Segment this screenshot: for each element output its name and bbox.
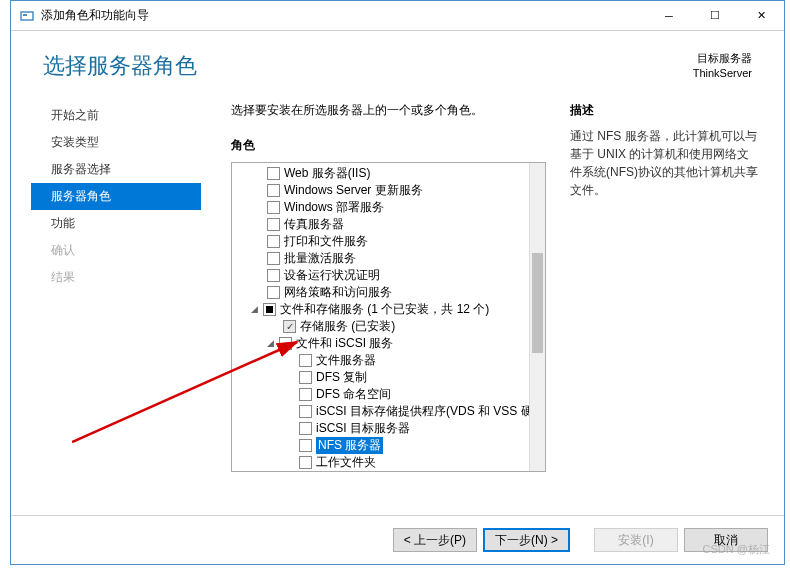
main-area: 开始之前 安装类型 服务器选择 服务器角色 功能 确认 结果 选择要安装在所选服… <box>11 94 784 515</box>
tree-row-file-server[interactable]: 文件服务器 <box>234 352 527 369</box>
window-controls: ─ ☐ ✕ <box>646 1 784 30</box>
close-button[interactable]: ✕ <box>738 1 784 30</box>
tree-row-volume-activation[interactable]: 批量激活服务 <box>234 250 527 267</box>
tree-viewport: Web 服务器(IIS) Windows Server 更新服务 Windows… <box>232 163 529 471</box>
window-title: 添加角色和功能向导 <box>41 7 646 24</box>
wizard-steps: 开始之前 安装类型 服务器选择 服务器角色 功能 确认 结果 <box>31 94 201 515</box>
tree-row-file-iscsi[interactable]: ◢文件和 iSCSI 服务 <box>234 335 527 352</box>
step-features[interactable]: 功能 <box>31 210 201 237</box>
app-icon <box>19 8 35 24</box>
step-before-begin[interactable]: 开始之前 <box>31 102 201 129</box>
step-results: 结果 <box>31 264 201 291</box>
cancel-button[interactable]: 取消 <box>684 528 768 552</box>
scrollbar-thumb[interactable] <box>532 253 543 353</box>
tree-row-nfs-server[interactable]: NFS 服务器 <box>234 437 527 454</box>
tree-row-storage-svc[interactable]: 存储服务 (已安装) <box>234 318 527 335</box>
footer: < 上一步(P) 下一步(N) > 安装(I) 取消 <box>11 515 784 564</box>
titlebar: 添加角色和功能向导 ─ ☐ ✕ <box>11 1 784 31</box>
prev-button[interactable]: < 上一步(P) <box>393 528 477 552</box>
tree-row-iscsi-target[interactable]: iSCSI 目标服务器 <box>234 420 527 437</box>
roles-heading: 角色 <box>231 137 546 154</box>
step-confirm: 确认 <box>31 237 201 264</box>
tree-row-print[interactable]: 打印和文件服务 <box>234 233 527 250</box>
scrollbar[interactable] <box>529 163 545 471</box>
roles-column: 选择要安装在所选服务器上的一个或多个角色。 角色 Web 服务器(IIS) Wi… <box>231 102 546 515</box>
collapse-icon[interactable]: ◢ <box>248 304 260 314</box>
desc-text: 通过 NFS 服务器，此计算机可以与基于 UNIX 的计算机和使用网络文件系统(… <box>570 127 760 199</box>
description-column: 描述 通过 NFS 服务器，此计算机可以与基于 UNIX 的计算机和使用网络文件… <box>570 102 760 515</box>
tree-row-wsus[interactable]: Windows Server 更新服务 <box>234 182 527 199</box>
target-value: ThinkServer <box>693 66 752 81</box>
roles-tree: Web 服务器(IIS) Windows Server 更新服务 Windows… <box>231 162 546 472</box>
step-server-roles[interactable]: 服务器角色 <box>31 183 201 210</box>
minimize-button[interactable]: ─ <box>646 1 692 30</box>
target-server-info: 目标服务器 ThinkServer <box>693 51 752 82</box>
checkbox[interactable] <box>299 456 312 469</box>
checkbox[interactable] <box>267 184 280 197</box>
checkbox[interactable] <box>267 252 280 265</box>
tree-row-file-storage[interactable]: ◢文件和存储服务 (1 个已安装，共 12 个) <box>234 301 527 318</box>
tree-row-dfs-ns[interactable]: DFS 命名空间 <box>234 386 527 403</box>
tree-row-nps[interactable]: 网络策略和访问服务 <box>234 284 527 301</box>
page-title: 选择服务器角色 <box>43 51 197 81</box>
step-server-select[interactable]: 服务器选择 <box>31 156 201 183</box>
checkbox[interactable] <box>267 235 280 248</box>
checkbox[interactable] <box>267 218 280 231</box>
checkbox[interactable] <box>299 371 312 384</box>
step-install-type[interactable]: 安装类型 <box>31 129 201 156</box>
tree-row-iscsi-provider[interactable]: iSCSI 目标存储提供程序(VDS 和 VSS 硬件) <box>234 403 527 420</box>
checkbox[interactable] <box>267 201 280 214</box>
collapse-icon[interactable]: ◢ <box>264 338 276 348</box>
svg-rect-1 <box>23 14 27 16</box>
install-button: 安装(I) <box>594 528 678 552</box>
tree-row-dfs-rep[interactable]: DFS 复制 <box>234 369 527 386</box>
checkbox[interactable] <box>299 439 312 452</box>
content-area: 选择要安装在所选服务器上的一个或多个角色。 角色 Web 服务器(IIS) Wi… <box>201 94 784 515</box>
tree-row-health[interactable]: 设备运行状况证明 <box>234 267 527 284</box>
checkbox <box>283 320 296 333</box>
desc-heading: 描述 <box>570 102 760 119</box>
tree-row-web[interactable]: Web 服务器(IIS) <box>234 165 527 182</box>
tree-row-fax[interactable]: 传真服务器 <box>234 216 527 233</box>
checkbox[interactable] <box>299 405 312 418</box>
header-area: 选择服务器角色 目标服务器 ThinkServer <box>11 31 784 94</box>
instruction-text: 选择要安装在所选服务器上的一个或多个角色。 <box>231 102 546 119</box>
checkbox[interactable] <box>267 167 280 180</box>
checkbox[interactable] <box>299 354 312 367</box>
target-label: 目标服务器 <box>693 51 752 66</box>
checkbox[interactable] <box>279 337 292 350</box>
maximize-button[interactable]: ☐ <box>692 1 738 30</box>
wizard-window: 添加角色和功能向导 ─ ☐ ✕ 选择服务器角色 目标服务器 ThinkServe… <box>10 0 785 565</box>
checkbox[interactable] <box>299 388 312 401</box>
checkbox[interactable] <box>267 286 280 299</box>
tree-row-work-folders[interactable]: 工作文件夹 <box>234 454 527 471</box>
checkbox[interactable] <box>267 269 280 282</box>
next-button[interactable]: 下一步(N) > <box>483 528 570 552</box>
checkbox[interactable] <box>299 422 312 435</box>
checkbox[interactable] <box>263 303 276 316</box>
tree-row-wds[interactable]: Windows 部署服务 <box>234 199 527 216</box>
